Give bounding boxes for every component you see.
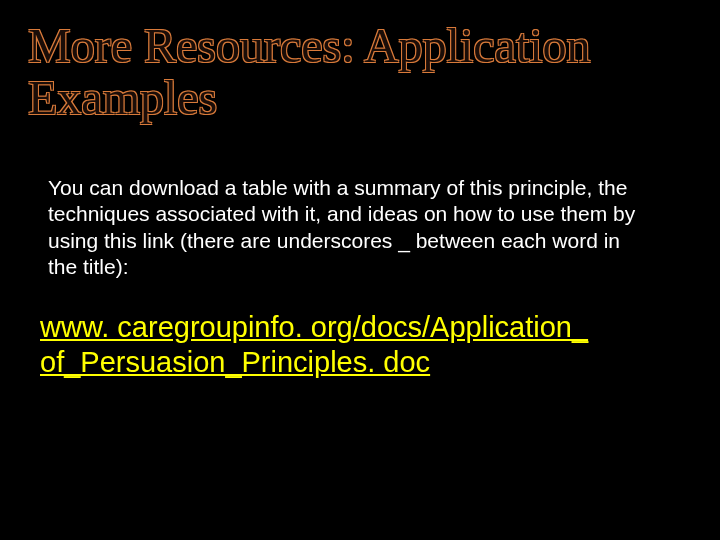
slide-title: More Resources: Application Examples (28, 20, 688, 124)
body-paragraph: You can download a table with a summary … (48, 175, 648, 280)
download-link[interactable]: www. caregroupinfo. org/docs/Application… (40, 310, 680, 380)
slide: More Resources: Application Examples You… (0, 0, 720, 540)
